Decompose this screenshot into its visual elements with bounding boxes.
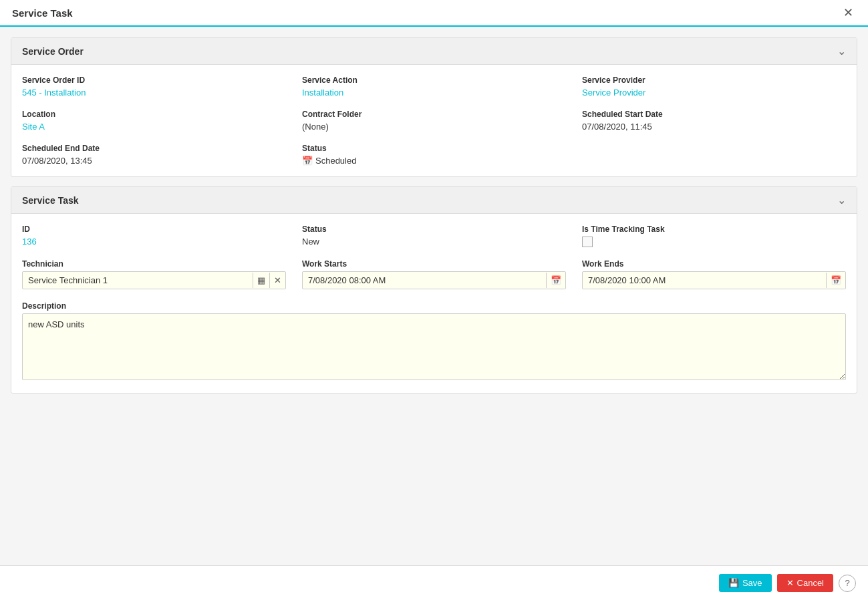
description-textarea[interactable]: new ASD units [22,313,846,380]
work-ends-field: Work Ends 📅 [582,259,846,289]
status-label: Status [302,144,566,153]
technician-field: Technician ▦ ✕ [22,259,286,289]
scheduled-end-date-value: 07/08/2020, 13:45 [22,156,286,166]
cancel-label: Cancel [797,578,824,588]
chevron-down-icon: ⌄ [837,45,846,57]
description-label: Description [22,301,846,311]
task-status-label: Status [302,224,566,234]
contract-folder-field: Contract Folder (None) [302,110,566,132]
service-task-section-header[interactable]: Service Task ⌄ [11,187,857,214]
grid-icon: ▦ [257,275,265,285]
help-icon: ? [845,578,849,588]
scheduled-start-date-value: 07/08/2020, 11:45 [582,122,846,132]
service-action-link[interactable]: Installation [302,88,343,98]
service-order-section-title: Service Order [22,46,84,57]
task-id-field: ID 136 [22,224,286,247]
status-text: Scheduled [315,156,356,166]
service-order-section-body: Service Order ID 545 - Installation Serv… [11,65,857,176]
save-label: Save [742,578,762,588]
work-starts-input-wrapper: 📅 [302,271,566,289]
service-provider-field: Service Provider Service Provider [582,76,846,98]
modal-title: Service Task [12,7,73,19]
cancel-icon: ✕ [786,578,794,588]
task-row3: Description new ASD units [22,301,846,382]
service-order-id-field: Service Order ID 545 - Installation [22,76,286,98]
work-ends-label: Work Ends [582,259,846,269]
location-field: Location Site A [22,110,286,132]
service-order-section: Service Order ⌄ Service Order ID 545 - I… [11,37,857,177]
technician-input[interactable] [23,272,253,289]
modal-body: Service Order ⌄ Service Order ID 545 - I… [0,27,868,565]
service-action-field: Service Action Installation [302,76,566,98]
task-status-field: Status New [302,224,566,247]
work-ends-calendar-button[interactable]: 📅 [826,273,845,288]
work-ends-input-wrapper: 📅 [582,271,846,289]
task-id-link[interactable]: 136 [22,237,37,247]
service-action-label: Service Action [302,76,566,85]
location-link[interactable]: Site A [22,122,45,132]
cancel-button[interactable]: ✕ Cancel [777,574,833,592]
work-starts-input[interactable] [303,272,546,289]
save-button[interactable]: 💾 Save [719,574,772,592]
work-starts-calendar-button[interactable]: 📅 [546,273,565,288]
modal-header: Service Task ✕ [0,0,868,27]
work-ends-input[interactable] [583,272,826,289]
scheduled-end-date-label: Scheduled End Date [22,144,286,153]
contract-folder-label: Contract Folder [302,110,566,119]
calendar-icon: 📅 [831,275,841,285]
task-time-tracking-label: Is Time Tracking Task [582,224,846,234]
status-value: 📅 Scheduled [302,156,356,166]
service-task-section-title: Service Task [22,195,79,206]
service-task-section-body: ID 136 Status New Is Time Tracking Task [11,214,857,393]
service-order-id-link[interactable]: 545 - Installation [22,88,86,98]
location-label: Location [22,110,286,119]
description-field: Description new ASD units [22,301,846,382]
save-icon: 💾 [728,578,739,588]
work-starts-label: Work Starts [302,259,566,269]
close-icon: ✕ [274,275,281,285]
task-id-label: ID [22,224,286,234]
scheduled-end-date-field: Scheduled End Date 07/08/2020, 13:45 [22,144,286,166]
technician-input-wrapper: ▦ ✕ [22,271,286,289]
technician-select-button[interactable]: ▦ [253,273,269,288]
service-provider-link[interactable]: Service Provider [582,88,645,98]
service-order-field-grid: Service Order ID 545 - Installation Serv… [22,76,846,166]
time-tracking-checkbox-wrapper [582,237,846,247]
scheduled-start-date-field: Scheduled Start Date 07/08/2020, 11:45 [582,110,846,132]
calendar-icon: 📅 [302,156,313,166]
service-order-section-header[interactable]: Service Order ⌄ [11,38,857,65]
task-status-value: New [302,237,566,247]
task-row2: Technician ▦ ✕ [22,259,846,289]
scheduled-start-date-label: Scheduled Start Date [582,110,846,119]
service-order-id-label: Service Order ID [22,76,286,85]
work-starts-field: Work Starts 📅 [302,259,566,289]
task-time-tracking-field: Is Time Tracking Task [582,224,846,247]
technician-label: Technician [22,259,286,269]
empty-field [582,144,846,166]
modal-overlay: Service Task ✕ Service Order ⌄ Service O… [0,0,868,600]
task-row1: ID 136 Status New Is Time Tracking Task [22,224,846,247]
help-button[interactable]: ? [839,575,856,592]
service-provider-label: Service Provider [582,76,846,85]
chevron-down-icon: ⌄ [837,194,846,206]
time-tracking-checkbox[interactable] [582,237,593,247]
modal-footer: 💾 Save ✕ Cancel ? [0,565,868,600]
modal: Service Task ✕ Service Order ⌄ Service O… [0,0,868,600]
status-field: Status 📅 Scheduled [302,144,566,166]
service-task-section: Service Task ⌄ ID 136 Status New [11,186,857,394]
contract-folder-value: (None) [302,122,566,132]
technician-clear-button[interactable]: ✕ [269,273,285,288]
close-button[interactable]: ✕ [841,7,856,19]
calendar-icon: 📅 [551,275,561,285]
